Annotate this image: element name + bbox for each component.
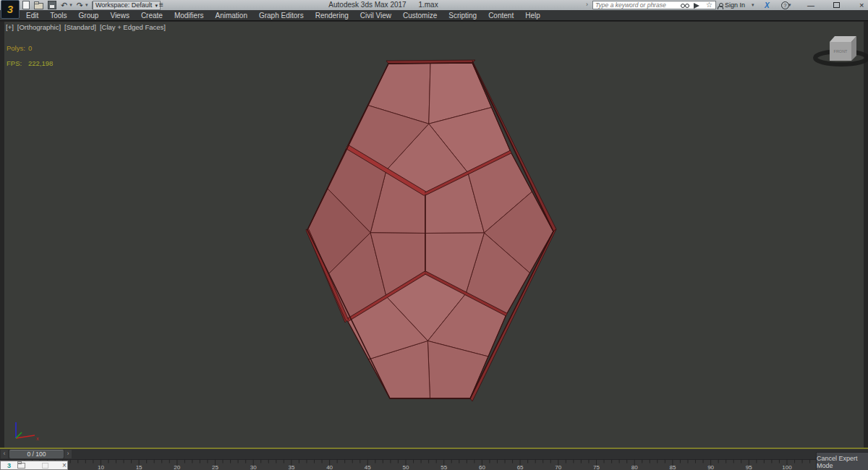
frame-number-label: 100 [782, 464, 791, 470]
background-window[interactable]: 3 × [0, 461, 68, 470]
polys-value: 0 [28, 44, 32, 52]
frame-number-label: 30 [250, 464, 257, 470]
redo-icon[interactable]: ↷ [77, 1, 83, 9]
frame-number-label: 25 [212, 464, 218, 470]
menu-item-help[interactable]: Help [519, 10, 546, 21]
frame-number-label: 10 [98, 464, 104, 470]
polys-label: Polys: [7, 44, 28, 52]
viewport-statistics: Polys: 0 FPS: 222,198 [7, 44, 53, 74]
menu-item-views[interactable]: Views [104, 10, 135, 21]
save-icon[interactable] [48, 1, 56, 9]
document-name: 1.max [418, 1, 438, 9]
favorites-star-icon[interactable]: ☆ [706, 1, 712, 9]
open-file-icon[interactable] [34, 3, 43, 9]
share-icon[interactable] [694, 1, 699, 9]
time-slider-handle[interactable]: 0 / 100 [9, 450, 64, 458]
quick-access-toolbar: ↶ ▾ ↷ ▾ [22, 1, 100, 9]
menu-item-scripting[interactable]: Scripting [443, 10, 482, 21]
help-dropdown-icon[interactable]: ▾ [788, 1, 791, 9]
frame-number-label: 85 [669, 464, 676, 470]
viewport-pov-label[interactable]: [Orthographic] [17, 23, 61, 31]
menu-item-create[interactable]: Create [135, 10, 169, 21]
close-button[interactable]: × [859, 1, 864, 9]
frame-number-label: 55 [441, 464, 447, 470]
background-app-icon: 3 [7, 462, 11, 469]
frame-number-label: 15 [136, 464, 142, 470]
app-title: Autodesk 3ds Max 2017 [328, 1, 406, 9]
menu-item-civil-view[interactable]: Civil View [354, 10, 397, 21]
workspace-menu-icon[interactable]: ≡ [159, 1, 163, 9]
frame-number-label: 65 [517, 464, 524, 470]
minimize-button[interactable]: — [807, 1, 814, 9]
search-icon[interactable] [681, 1, 689, 9]
viewport-frame-left [0, 22, 4, 448]
sign-in-dropdown-icon[interactable]: ▾ [752, 1, 754, 9]
fps-label: FPS: [7, 59, 28, 67]
undo-dropdown-icon[interactable]: ▾ [69, 1, 72, 9]
frame-number-label: 40 [326, 464, 333, 470]
viewport-label: [+][Orthographic][Standard][Clay + Edged… [6, 23, 166, 31]
menu-item-graph-editors[interactable]: Graph Editors [253, 10, 310, 21]
frame-number-label: 90 [707, 464, 714, 470]
menu-item-tools[interactable]: Tools [44, 10, 72, 21]
frame-number-label: 50 [403, 464, 409, 470]
menu-bar: EditToolsGroupViewsCreateModifiersAnimat… [0, 10, 868, 21]
fps-value: 222,198 [28, 59, 53, 67]
folder-icon[interactable] [17, 463, 25, 469]
viewport-frame-right [864, 22, 868, 448]
viewport[interactable] [0, 22, 868, 448]
undo-icon[interactable]: ↶ [61, 1, 67, 9]
cancel-expert-mode-button[interactable]: Cancel Expert Mode [816, 452, 868, 470]
workspace-label: Workspace: Default [95, 1, 152, 9]
close-icon[interactable]: × [62, 461, 67, 469]
toolbar-overflow-icon[interactable]: › [586, 1, 588, 8]
viewport-shading-label[interactable]: [Clay + Edged Faces] [100, 23, 166, 31]
next-frame-button[interactable]: › [64, 450, 72, 458]
restore-icon[interactable] [42, 463, 48, 469]
track-bar[interactable]: 0510152025303540455055606570758085909510… [0, 459, 868, 470]
menu-item-modifiers[interactable]: Modifiers [169, 10, 210, 21]
viewport-menu[interactable]: [+] [6, 23, 14, 31]
app-logo[interactable]: 3 [1, 0, 20, 19]
frame-number-label: 95 [746, 464, 752, 470]
frame-number-label: 75 [593, 464, 600, 470]
menu-item-edit[interactable]: Edit [20, 10, 44, 21]
workspace-caret-icon: ▾ [155, 1, 158, 9]
menu-item-content[interactable]: Content [482, 10, 519, 21]
window-title: Autodesk 3ds Max 2017 1.max [275, 1, 492, 9]
menu-item-animation[interactable]: Animation [209, 10, 252, 21]
sign-in-button[interactable]: Sign In [725, 1, 745, 9]
viewport-standard-label[interactable]: [Standard] [64, 23, 96, 31]
workspace-dropdown[interactable]: Workspace: Default ▾ [93, 1, 161, 10]
frame-number-label: 60 [479, 464, 485, 470]
frame-number-label: 70 [555, 464, 561, 470]
exchange-store-icon[interactable]: X [765, 1, 770, 9]
time-slider-track[interactable]: ‹ 0 / 100 › [0, 449, 868, 459]
frame-number-label: 20 [174, 464, 180, 470]
menu-item-customize[interactable]: Customize [397, 10, 443, 21]
user-icon[interactable] [718, 1, 723, 9]
menu-item-rendering[interactable]: Rendering [310, 10, 354, 21]
frame-number-label: 45 [365, 464, 371, 470]
previous-frame-button[interactable]: ‹ [1, 450, 8, 458]
frame-number-label: 80 [631, 464, 638, 470]
restore-button[interactable] [833, 1, 840, 9]
new-document-icon[interactable] [22, 1, 30, 9]
redo-dropdown-icon[interactable]: ▾ [85, 1, 88, 9]
menu-item-group[interactable]: Group [73, 10, 105, 21]
frame-number-label: 35 [288, 464, 294, 470]
